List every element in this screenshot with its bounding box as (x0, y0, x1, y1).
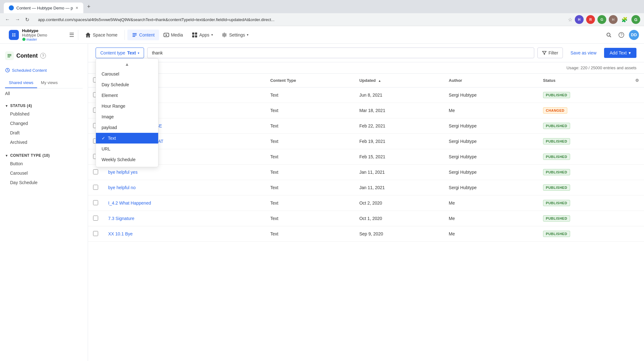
svg-rect-2 (132, 33, 137, 34)
status-section-header[interactable]: ▼ STATUS (4) (5, 102, 83, 109)
nav-item-content[interactable]: Content (127, 30, 159, 40)
table-row: THANK_YOU_PURCHASE Text Feb 22, 2021 Ser… (88, 118, 644, 134)
tab-title: Content — Hubtype Demo — p (16, 6, 73, 10)
entry-updated: Mar 18, 2021 (354, 103, 444, 118)
scheduled-content-label: Scheduled Content (12, 68, 47, 73)
new-tab-button[interactable]: + (87, 3, 91, 10)
entry-actions (630, 149, 644, 165)
dropdown-item-day-schedule[interactable]: Day Schedule (96, 79, 158, 90)
nav-item-apps[interactable]: Apps ▾ (187, 30, 217, 40)
help-icon: ? (619, 32, 624, 38)
entry-content-type: Text (265, 226, 354, 242)
status-filter-draft[interactable]: Draft (5, 128, 83, 138)
entry-content-type: Text (265, 118, 354, 134)
all-filter-item[interactable]: All (0, 88, 88, 99)
add-content-button[interactable]: Add Text ▾ (604, 48, 636, 58)
address-bar[interactable] (33, 15, 565, 24)
content-help-icon[interactable]: ? (40, 53, 46, 59)
row-checkbox-8[interactable] (93, 216, 98, 221)
extension-icon-4[interactable]: H (609, 15, 618, 24)
svg-point-11 (607, 33, 610, 36)
entry-actions (630, 103, 644, 118)
nav-item-settings[interactable]: Settings ▾ (217, 30, 253, 40)
back-button[interactable]: ← (4, 15, 11, 24)
save-view-button[interactable]: Save as view (566, 48, 601, 58)
filter-button[interactable]: Filter (537, 48, 563, 58)
nav-apps-label: Apps (199, 32, 209, 37)
user-avatar[interactable]: DD (629, 30, 639, 40)
scheduled-content-link[interactable]: Scheduled Content (0, 65, 88, 75)
extension-icon-1[interactable]: H (575, 15, 584, 24)
extension-icon-3[interactable]: G (597, 15, 606, 24)
profile-icon[interactable]: G (631, 15, 640, 24)
svg-rect-9 (192, 35, 194, 37)
row-checkbox-5[interactable] (93, 169, 98, 174)
row-checkbox-9[interactable] (93, 231, 98, 236)
dropdown-collapse-button[interactable]: ▲ (96, 60, 158, 69)
extensions-button[interactable]: 🧩 (620, 15, 629, 24)
dropdown-item-image[interactable]: Image (96, 111, 158, 122)
home-icon (85, 32, 91, 38)
search-input[interactable] (147, 48, 534, 58)
dropdown-item-carousel[interactable]: Carousel (96, 69, 158, 79)
content-type-filter-button[interactable]: Button (5, 159, 83, 168)
reload-button[interactable]: ↻ (24, 15, 31, 24)
entry-status: PUBLISHED (538, 226, 630, 242)
column-settings[interactable]: ⚙ (630, 74, 644, 87)
dropdown-item-payload[interactable]: payload (96, 122, 158, 133)
entry-name[interactable]: XX 10.1 Bye (103, 226, 265, 242)
close-tab-button[interactable]: ✕ (75, 6, 78, 10)
help-button[interactable]: ? (616, 30, 626, 40)
status-filter-published[interactable]: Published (5, 109, 83, 119)
status-badge: PUBLISHED (543, 154, 570, 160)
search-icon (606, 32, 612, 38)
search-button[interactable] (604, 30, 614, 40)
table-row: 7.3 Signature Text Oct 1, 2020 Me PUBLIS… (88, 211, 644, 226)
row-checkbox-7[interactable] (93, 200, 98, 205)
entry-name[interactable]: 7.3 Signature (103, 211, 265, 226)
entry-updated: Feb 19, 2021 (354, 134, 444, 149)
nav-item-media[interactable]: Media (159, 30, 187, 40)
content-nav-icon (132, 32, 137, 38)
entry-author: Sergi Hubtype (444, 165, 538, 180)
entry-status: CHANGED (538, 103, 630, 118)
row-checkbox-6[interactable] (93, 185, 98, 190)
table-row: 4.1 Handover Text Jun 8, 2021 Sergi Hubt… (88, 87, 644, 103)
dropdown-item-text[interactable]: ✓ Text (96, 133, 158, 144)
content-type-filter-carousel[interactable]: Carousel (5, 168, 83, 178)
dropdown-item-weekly-schedule[interactable]: Weekly Schedule (96, 154, 158, 165)
table-row: I_4.2 What Happened Text Oct 2, 2020 Me … (88, 195, 644, 211)
sidebar-header: Content ? (0, 49, 88, 65)
svg-line-12 (610, 36, 611, 37)
shared-views-tab[interactable]: Shared views (5, 78, 37, 88)
apps-dropdown-icon: ▾ (211, 33, 213, 37)
bookmark-icon[interactable]: ☆ (568, 17, 572, 23)
content-type-button[interactable]: Content type Text ▾ (96, 48, 144, 58)
dropdown-item-hour-range[interactable]: Hour Range (96, 101, 158, 111)
entry-name[interactable]: I_4.2 What Happened (103, 195, 265, 211)
content-type-dropdown-icon: ▾ (138, 51, 139, 55)
table-row: bye helpful yes Text Jan 11, 2021 Sergi … (88, 165, 644, 180)
extension-icon-2[interactable]: R (586, 15, 595, 24)
status-filter-changed[interactable]: Changed (5, 119, 83, 128)
dropdown-item-url[interactable]: URL (96, 144, 158, 154)
hamburger-button[interactable]: ☰ (68, 30, 75, 40)
content-type-filter-day-schedule[interactable]: Day Schedule (5, 178, 83, 187)
entry-actions (630, 211, 644, 226)
tab-favicon (9, 5, 14, 10)
content-type-section-header[interactable]: ▼ CONTENT TYPE (10) (5, 152, 83, 159)
svg-rect-8 (195, 32, 197, 35)
my-views-tab[interactable]: My views (37, 78, 61, 88)
content-type-column-header: Content Type (265, 74, 354, 87)
nav-item-space-home[interactable]: Space home (81, 30, 122, 40)
dropdown-item-element[interactable]: Element (96, 90, 158, 101)
active-tab[interactable]: Content — Hubtype Demo — p ✕ (4, 3, 83, 13)
entry-content-type: Text (265, 211, 354, 226)
table-row: bye helpful no Text Jan 11, 2021 Sergi H… (88, 180, 644, 195)
status-filter-archived[interactable]: Archived (5, 138, 83, 147)
entry-name[interactable]: bye helpful no (103, 180, 265, 195)
forward-button[interactable]: → (14, 15, 21, 24)
column-settings-icon[interactable]: ⚙ (635, 78, 639, 83)
entry-content-type: Text (265, 195, 354, 211)
updated-column-header[interactable]: Updated ▲ (354, 74, 444, 87)
